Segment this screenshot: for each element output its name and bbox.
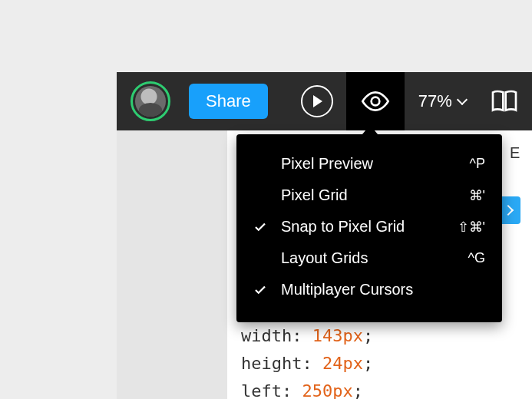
- view-options-menu: Pixel Preview ^P Pixel Grid ⌘' Snap to P…: [236, 134, 502, 322]
- menu-item-multiplayer-cursors[interactable]: Multiplayer Cursors: [236, 274, 502, 305]
- eye-icon: [360, 86, 391, 117]
- book-icon: [489, 86, 520, 117]
- menu-item-snap-to-pixel-grid[interactable]: Snap to Pixel Grid ⇧⌘': [236, 211, 502, 242]
- check-icon: [253, 283, 281, 297]
- chevron-down-icon: [457, 94, 468, 105]
- menu-item-shortcut: ⇧⌘': [448, 219, 485, 236]
- menu-item-pixel-grid[interactable]: Pixel Grid ⌘': [236, 180, 502, 211]
- menu-item-layout-grids[interactable]: Layout Grids ^G: [236, 242, 502, 274]
- menu-pointer: [362, 125, 378, 134]
- present-button[interactable]: [288, 72, 346, 130]
- menu-item-label: Snap to Pixel Grid: [281, 218, 448, 236]
- code-line: left: 250px;: [241, 378, 373, 399]
- avatar-image: [135, 86, 166, 117]
- menu-item-shortcut: ^G: [448, 250, 485, 266]
- view-options-button[interactable]: [346, 72, 405, 130]
- tab-label-fragment: E: [510, 144, 523, 162]
- menu-item-label: Multiplayer Cursors: [281, 281, 448, 298]
- code-line: width: 143px;: [241, 322, 373, 350]
- menu-item-pixel-preview[interactable]: Pixel Preview ^P: [236, 148, 502, 180]
- left-gutter: [117, 130, 227, 399]
- zoom-dropdown[interactable]: 77%: [405, 91, 480, 111]
- code-line: height: 24px;: [241, 350, 373, 378]
- check-icon: [253, 220, 281, 234]
- avatar[interactable]: [131, 81, 170, 121]
- play-icon: [301, 85, 333, 117]
- toolbar: Share 77%: [117, 72, 532, 130]
- zoom-value: 77%: [418, 91, 452, 111]
- library-button[interactable]: [480, 72, 529, 130]
- chevron-right-icon: [502, 205, 513, 216]
- menu-item-shortcut: ⌘': [448, 187, 485, 204]
- menu-item-label: Layout Grids: [281, 249, 448, 267]
- menu-item-label: Pixel Grid: [281, 186, 448, 204]
- menu-item-shortcut: ^P: [448, 156, 485, 172]
- code-view: width: 143px; height: 24px; left: 250px;: [241, 322, 373, 399]
- svg-point-0: [371, 97, 379, 106]
- menu-item-label: Pixel Preview: [281, 155, 448, 173]
- share-button[interactable]: Share: [189, 84, 268, 119]
